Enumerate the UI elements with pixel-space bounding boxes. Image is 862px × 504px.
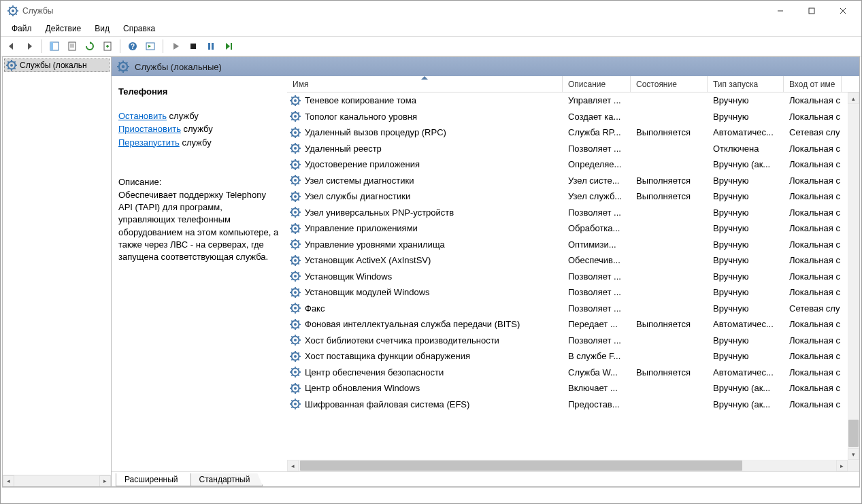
cell-state: Выполняется <box>631 319 708 329</box>
cell-logon: Локальная с <box>784 383 842 393</box>
service-name-text: Хост поставщика функции обнаружения <box>305 351 470 361</box>
scroll-left-button[interactable]: ◂ <box>3 475 14 487</box>
column-state[interactable]: Состояние <box>631 76 708 92</box>
scroll-thumb[interactable] <box>300 460 742 471</box>
menu-help[interactable]: Справка <box>116 22 162 35</box>
service-row[interactable]: ФаксПозволяет ...ВручнуюСетевая слу <box>287 301 859 317</box>
gear-icon <box>290 271 301 282</box>
tab-extended[interactable]: Расширенный <box>116 473 191 486</box>
forward-button[interactable] <box>21 38 37 54</box>
cell-logon: Локальная с <box>784 367 842 377</box>
cell-description: Оптимизи... <box>563 239 631 250</box>
stop-link[interactable]: Остановить <box>118 111 167 121</box>
pause-service-button[interactable] <box>203 38 219 54</box>
service-name-text: Удаленный реестр <box>305 144 382 154</box>
menu-view[interactable]: Вид <box>88 22 116 35</box>
export-button[interactable] <box>99 38 116 54</box>
cell-logon: Локальная с <box>784 319 842 329</box>
action-button[interactable] <box>142 38 159 54</box>
cell-startup: Вручную <box>708 207 784 218</box>
scroll-down-button[interactable]: ▾ <box>848 448 859 460</box>
service-name-text: Узел универсальных PNP-устройств <box>305 207 454 218</box>
properties-button[interactable] <box>64 38 80 54</box>
cell-logon: Сетевая слу <box>784 127 842 137</box>
scroll-left-button[interactable]: ◂ <box>287 460 299 471</box>
column-name[interactable]: Имя <box>287 76 563 92</box>
restart-link[interactable]: Перезапустить <box>118 137 180 148</box>
cell-startup: Вручную <box>708 191 784 201</box>
window-title: Службы <box>22 6 765 16</box>
cell-name: Узел системы диагностики <box>287 175 563 186</box>
scroll-thumb[interactable] <box>848 420 859 447</box>
service-row[interactable]: Установщик модулей WindowsПозволяет ...В… <box>287 284 859 301</box>
refresh-button[interactable] <box>82 38 98 54</box>
service-row[interactable]: Шифрованная файловая система (EFS)Предос… <box>287 397 859 413</box>
stop-service-button[interactable] <box>185 38 201 54</box>
scroll-right-button[interactable]: ▸ <box>836 460 848 471</box>
scroll-up-button[interactable]: ▴ <box>848 93 859 104</box>
maximize-button[interactable] <box>796 1 827 21</box>
right-pane: Службы (локальные) Телефония Остановить … <box>112 57 859 486</box>
gear-icon <box>290 175 301 186</box>
service-row[interactable]: Узел универсальных PNP-устройствПозволяе… <box>287 205 859 221</box>
cell-logon: Локальная с <box>784 159 842 169</box>
back-button[interactable] <box>3 38 20 54</box>
service-name-text: Удаленный вызов процедур (RPC) <box>305 127 446 137</box>
cell-description: В службе F... <box>563 351 631 361</box>
description-label: Описание: <box>118 176 280 188</box>
service-row[interactable]: Установщик ActiveX (AxInstSV)Обеспечив..… <box>287 252 859 269</box>
service-row[interactable]: Теневое копирование томаУправляет ...Вру… <box>287 93 859 109</box>
service-row[interactable]: Установщик WindowsПозволяет ...ВручнуюЛо… <box>287 269 859 285</box>
cell-description: Позволяет ... <box>563 303 631 314</box>
service-name-text: Теневое копирование тома <box>305 95 416 105</box>
tree-hscroll[interactable]: ◂ ▸ <box>3 475 111 486</box>
menu-action[interactable]: Действие <box>39 22 88 35</box>
menubar: Файл Действие Вид Справка <box>1 21 861 36</box>
cell-description: Создает ка... <box>563 112 631 122</box>
svg-rect-16 <box>69 42 76 50</box>
pause-link[interactable]: Приостановить <box>118 124 181 134</box>
service-row[interactable]: Фоновая интеллектуальная служба передачи… <box>287 316 859 333</box>
list-vscroll[interactable]: ▴ ▾ <box>848 93 859 460</box>
tree-node-services-local[interactable]: Службы (локальн <box>4 58 110 72</box>
service-row[interactable]: Управление приложениямиОбработка...Вручн… <box>287 220 859 237</box>
service-row[interactable]: Удостоверение приложенияОпределяе...Вруч… <box>287 156 859 173</box>
detail-panel: Телефония Остановить службу Приостановит… <box>112 76 287 471</box>
restart-service-button[interactable] <box>220 38 237 54</box>
cell-name: Узел универсальных PNP-устройств <box>287 207 563 218</box>
service-row[interactable]: Тополог канального уровняСоздает ка...Вр… <box>287 109 859 125</box>
toolbar-separator <box>42 39 42 53</box>
service-row[interactable]: Узел службы диагностикиУзел служб...Выпо… <box>287 188 859 205</box>
cell-state: Выполняется <box>631 127 708 137</box>
cell-startup: Вручную <box>708 223 784 233</box>
service-row[interactable]: Удаленный вызов процедур (RPC)Служба RP.… <box>287 124 859 141</box>
service-row[interactable]: Узел системы диагностикиУзел систе...Вып… <box>287 173 859 189</box>
scroll-right-button[interactable]: ▸ <box>99 475 111 487</box>
service-row[interactable]: Хост библиотеки счетчика производительно… <box>287 333 859 349</box>
start-service-button[interactable] <box>167 38 184 54</box>
statusbar <box>2 487 860 502</box>
scroll-track[interactable] <box>299 460 836 471</box>
list-header: Имя Описание Состояние Тип запуска Вход … <box>287 76 859 93</box>
list-hscroll[interactable]: ◂ ▸ <box>287 460 848 471</box>
service-row[interactable]: Удаленный реестрПозволяет ...ОтключенаЛо… <box>287 141 859 157</box>
scroll-track[interactable] <box>848 104 859 448</box>
cell-startup: Вручную <box>708 95 784 105</box>
tree-node-label: Службы (локальн <box>20 61 87 70</box>
column-logon[interactable]: Вход от име <box>784 76 842 92</box>
restart-suffix: службу <box>180 137 212 148</box>
column-description[interactable]: Описание <box>563 76 631 92</box>
tab-standard[interactable]: Стандартный <box>190 473 263 486</box>
show-hide-tree-button[interactable] <box>46 38 63 54</box>
minimize-button[interactable] <box>765 1 796 21</box>
help-button[interactable]: ? <box>125 38 141 54</box>
close-button[interactable] <box>827 1 859 21</box>
service-row[interactable]: Управление уровнями хранилищаОптимизи...… <box>287 237 859 253</box>
service-row[interactable]: Центр обновления WindowsВключает ...Вруч… <box>287 380 859 397</box>
menu-file[interactable]: Файл <box>5 22 39 35</box>
service-row[interactable]: Хост поставщика функции обнаруженияВ слу… <box>287 348 859 365</box>
action-restart-line: Перезапустить службу <box>118 137 280 149</box>
scroll-track[interactable] <box>14 475 99 487</box>
service-row[interactable]: Центр обеспечения безопасностиСлужба W..… <box>287 365 859 381</box>
column-startup[interactable]: Тип запуска <box>708 76 784 92</box>
